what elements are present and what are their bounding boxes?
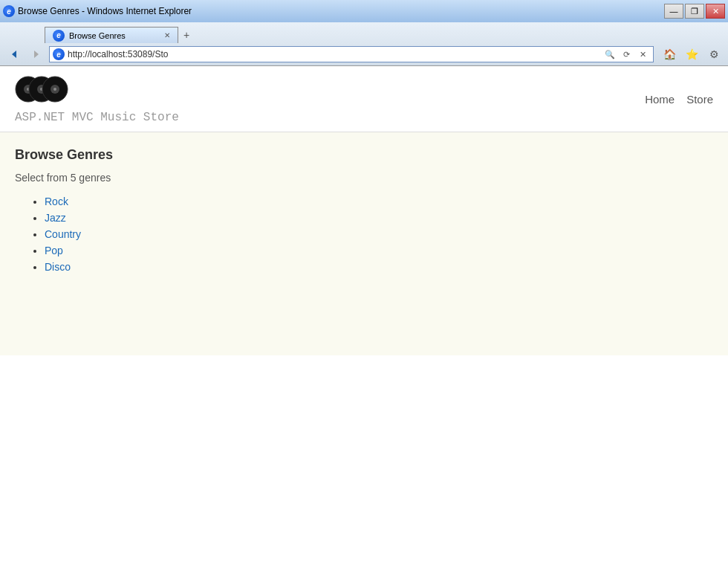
address-row: e http://localhost:53089/Sto 🔍 ⟳ ✕ 🏠 ⭐ ⚙ [0,43,728,65]
logo-icon [15,74,68,109]
page-subheading: Select from 5 genres [15,172,713,184]
genre-link[interactable]: Pop [45,245,63,256]
browser-window: e Browse Genres - Windows Internet Explo… [0,0,728,562]
favorites-icon-button[interactable]: ⭐ [682,45,701,63]
title-bar: e Browse Genres - Windows Internet Explo… [0,0,728,22]
site-header: ASP.NET MVC Music Store Home Store [0,66,728,132]
svg-marker-1 [34,51,39,58]
site-nav: Home Store [645,93,713,106]
address-bar[interactable]: e http://localhost:53089/Sto 🔍 ⟳ ✕ [49,46,654,62]
home-icon-button[interactable]: 🏠 [660,45,679,63]
toolbar-icons: 🏠 ⭐ ⚙ [660,45,724,63]
tab-label: Browse Genres [69,31,160,40]
vinyl-records-icon [15,74,68,105]
site-title: ASP.NET MVC Music Store [15,111,179,124]
minimize-button[interactable]: — [664,4,683,19]
stop-button[interactable]: ✕ [635,47,650,62]
genre-link[interactable]: Disco [45,261,71,273]
restore-button[interactable]: ❐ [685,4,704,19]
ie-logo-icon: e [3,5,15,17]
list-item: Jazz [45,212,713,224]
tab-close-button[interactable]: ✕ [164,31,170,39]
refresh-button[interactable]: ⟳ [619,47,634,62]
list-item: Country [45,228,713,240]
svg-marker-0 [12,51,16,58]
search-button[interactable]: 🔍 [602,47,617,62]
svg-point-10 [53,88,56,91]
page-area: ASP.NET MVC Music Store Home Store Brows… [0,66,728,562]
site-wrapper: ASP.NET MVC Music Store Home Store Brows… [0,66,728,562]
back-icon [9,49,19,59]
genre-link[interactable]: Country [45,228,81,240]
browser-toolbar: e Browse Genres ✕ + e http://localhost:5… [0,22,728,66]
window-title: Browse Genres - Windows Internet Explore… [18,6,192,16]
address-text: http://localhost:53089/Sto [68,49,602,59]
forward-button[interactable] [27,45,46,63]
back-button[interactable] [4,45,24,63]
active-tab[interactable]: e Browse Genres ✕ [45,27,178,43]
address-favicon: e [53,48,65,60]
tab-row: e Browse Genres ✕ + [0,22,728,43]
title-bar-left: e Browse Genres - Windows Internet Explo… [3,5,192,17]
new-tab-button[interactable]: + [178,27,195,43]
window-controls: — ❐ ✕ [664,4,725,19]
genre-list: RockJazzCountryPopDisco [15,196,713,273]
genre-link[interactable]: Jazz [45,212,66,224]
page-heading: Browse Genres [15,147,713,163]
list-item: Disco [45,261,713,273]
main-content: Browse Genres Select from 5 genres RockJ… [0,132,728,355]
list-item: Rock [45,196,713,207]
site-logo-area: ASP.NET MVC Music Store [15,74,179,124]
settings-icon-button[interactable]: ⚙ [704,45,724,63]
close-button[interactable]: ✕ [706,4,725,19]
nav-home[interactable]: Home [645,93,675,106]
nav-store[interactable]: Store [686,93,713,106]
genre-link[interactable]: Rock [45,196,68,207]
tab-favicon: e [53,30,65,42]
forward-icon [31,49,42,59]
address-actions: 🔍 ⟳ ✕ [602,47,650,62]
list-item: Pop [45,245,713,256]
